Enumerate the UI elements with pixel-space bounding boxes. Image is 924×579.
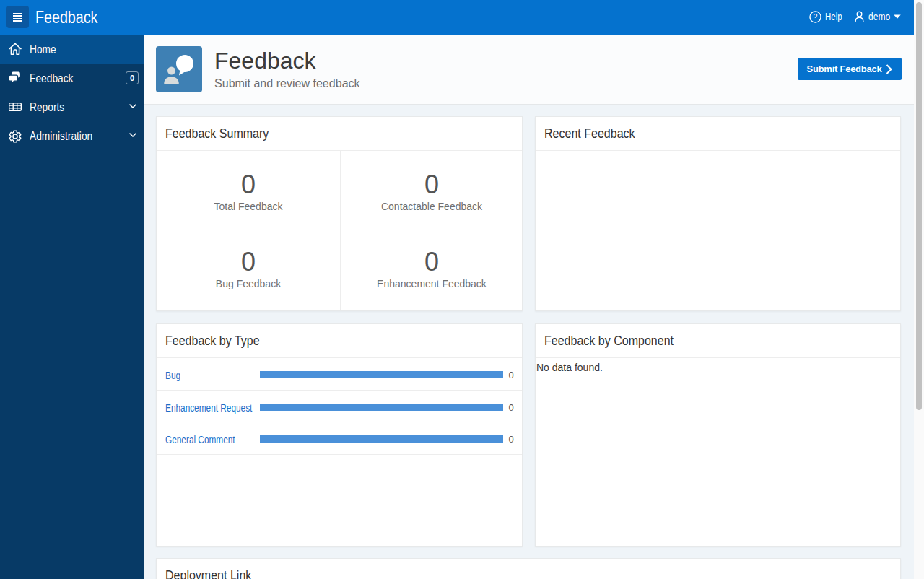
svg-text:?: ? [814, 12, 818, 21]
